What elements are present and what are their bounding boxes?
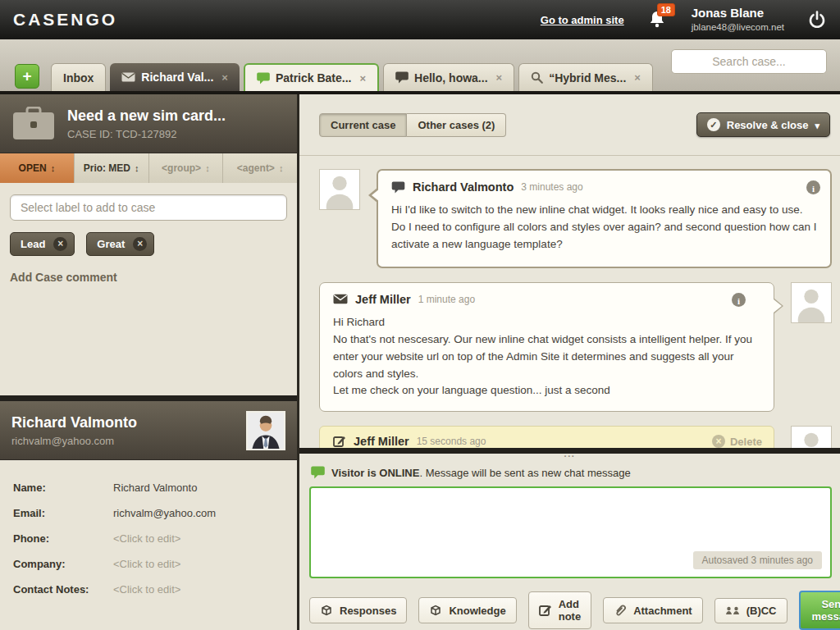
contact-name: Richard Valmonto <box>11 414 137 431</box>
tab-richard-valmonto[interactable]: Richard Val... <box>110 63 240 91</box>
person-silhouette-icon <box>792 427 831 448</box>
case-toolbar: Current case Other cases (2) Resolve & c… <box>299 94 840 156</box>
info-icon[interactable] <box>732 293 746 307</box>
message-time: 15 seconds ago <box>417 436 486 447</box>
avatar <box>319 169 360 210</box>
visitor-online-text: Visitor is ONLINE <box>331 467 419 479</box>
tab-label: Inbox <box>63 71 94 84</box>
user-name: Jonas Blane <box>692 6 784 21</box>
message-text: Hi Richard No that's not nescesary. Our … <box>333 314 760 400</box>
new-case-button[interactable] <box>15 64 39 89</box>
tab-hybrid-search[interactable]: “Hybrid Mes... <box>518 63 653 91</box>
sender-name: Jeff Miller <box>354 435 409 448</box>
contact-title-block: Richard Valmonto richvalm@yahoo.com <box>11 414 137 447</box>
search-case-input[interactable] <box>671 49 827 74</box>
contact-name-value: Richard Valmonto <box>113 482 197 494</box>
case-id: CASE ID: TCD-127892 <box>67 128 226 140</box>
envelope-icon <box>121 72 135 82</box>
power-icon[interactable] <box>807 10 827 30</box>
close-tab-icon[interactable] <box>359 72 366 84</box>
contact-header: Richard Valmonto richvalm@yahoo.com <box>0 401 297 460</box>
responses-button[interactable]: Responses <box>309 597 407 623</box>
message-header: Jeff Miller 15 seconds ago Delete <box>333 435 762 448</box>
contact-row: Contact Notes:<Click to edit> <box>13 583 284 596</box>
send-message-button[interactable]: Send message <box>799 591 840 630</box>
close-icon <box>712 435 725 448</box>
tab-patrick-bateman[interactable]: Patrick Bate... <box>244 63 379 91</box>
people-icon <box>725 605 740 615</box>
briefcase-icon <box>11 107 56 141</box>
add-note-button[interactable]: Add note <box>528 591 591 629</box>
person-silhouette-icon <box>320 170 359 209</box>
composer-resize-handle[interactable] <box>299 448 840 454</box>
delete-note-button[interactable]: Delete <box>712 435 762 448</box>
sender-name: Jeff Miller <box>355 293 411 306</box>
close-tab-icon[interactable] <box>496 71 503 84</box>
add-case-comment-link[interactable]: Add Case comment <box>10 271 287 284</box>
priority-dropdown[interactable]: Prio: MED <box>75 153 149 183</box>
remove-tag-icon[interactable] <box>133 237 147 251</box>
email-message-bubble: Jeff Miller 1 minute ago Hi Richard No t… <box>319 282 774 413</box>
resolve-close-button[interactable]: Resolve & close <box>696 112 830 137</box>
reply-composer: Visitor is ONLINE. Message will be sent … <box>299 454 840 630</box>
chat-message-bubble: Richard Valmonto 3 minutes ago Hi I'd li… <box>377 169 832 268</box>
tab-hello-how[interactable]: Hello, howa... <box>383 63 514 91</box>
notifications-button[interactable]: 18 <box>647 9 669 30</box>
close-tab-icon[interactable] <box>634 71 641 84</box>
chat-bubble-icon <box>391 181 405 194</box>
status-dropdown[interactable]: OPEN <box>0 153 75 183</box>
chat-bubble-icon <box>257 72 270 84</box>
tab-label: Richard Val... <box>141 71 213 84</box>
app-logo: CASENGO <box>13 10 117 30</box>
label-select-input[interactable] <box>10 194 287 221</box>
remove-tag-icon[interactable] <box>53 237 67 251</box>
group-dropdown[interactable]: <group> <box>149 153 224 183</box>
message-time: 1 minute ago <box>418 294 475 305</box>
contact-notes-edit[interactable]: <Click to edit> <box>113 583 180 596</box>
contact-row: Email:richvalm@yahoo.com <box>13 507 284 519</box>
cube-icon <box>320 604 333 617</box>
visitor-status: Visitor is ONLINE. Message will be sent … <box>311 466 832 479</box>
user-email: jblane48@livecom.net <box>692 21 784 33</box>
message-text: Hi I'd like to switch to the new inline … <box>391 202 817 253</box>
notification-badge: 18 <box>657 3 675 16</box>
admin-site-link[interactable]: Go to admin site <box>541 14 624 26</box>
tag-great[interactable]: Great <box>86 232 154 256</box>
agent-dropdown[interactable]: <agent> <box>223 153 297 183</box>
case-header: Need a new sim card... CASE ID: TCD-1278… <box>0 94 297 153</box>
tag-lead[interactable]: Lead <box>10 232 75 256</box>
updown-icon <box>47 162 56 174</box>
bcc-button[interactable]: (B)CC <box>714 598 788 623</box>
updown-icon <box>275 162 284 174</box>
tab-label: Patrick Bate... <box>276 71 352 84</box>
message-header: Richard Valmonto 3 minutes ago <box>391 180 817 194</box>
contact-phone-edit[interactable]: <Click to edit> <box>113 532 180 545</box>
contact-photo <box>246 411 285 450</box>
message-row: Jeff Miller 1 minute ago Hi Richard No t… <box>319 282 832 413</box>
tab-label: Hello, howa... <box>414 71 487 84</box>
tab-inbox[interactable]: Inbox <box>51 63 106 91</box>
chat-bubble-icon <box>311 466 325 479</box>
user-block[interactable]: Jonas Blane jblane48@livecom.net <box>692 6 784 33</box>
close-tab-icon[interactable] <box>221 71 228 84</box>
composer-buttons: Responses Knowledge Add note Attachment … <box>309 591 832 630</box>
tab-current-case[interactable]: Current case <box>319 113 407 137</box>
attachment-button[interactable]: Attachment <box>603 597 703 623</box>
cube-icon <box>429 604 442 617</box>
contact-row: Company:<Click to edit> <box>13 558 284 570</box>
note-edit-icon <box>539 604 552 617</box>
topbar: CASENGO Go to admin site 18 Jonas Blane … <box>0 0 840 39</box>
tab-other-cases[interactable]: Other cases (2) <box>407 113 506 137</box>
contact-email-value: richvalm@yahoo.com <box>113 507 216 519</box>
paperclip-icon <box>614 604 627 617</box>
contact-company-edit[interactable]: <Click to edit> <box>113 558 180 570</box>
info-icon[interactable] <box>806 180 820 194</box>
panel-resize-handle[interactable] <box>0 395 297 401</box>
knowledge-button[interactable]: Knowledge <box>418 597 516 623</box>
status-detail-text: . Message will be sent as new chat messa… <box>419 467 630 479</box>
message-time: 3 minutes ago <box>521 181 582 193</box>
avatar <box>791 282 832 323</box>
contact-row: Name:Richard Valmonto <box>13 482 284 494</box>
message-header: Jeff Miller 1 minute ago <box>333 293 760 306</box>
message-thread: Richard Valmonto 3 minutes ago Hi I'd li… <box>299 156 840 448</box>
